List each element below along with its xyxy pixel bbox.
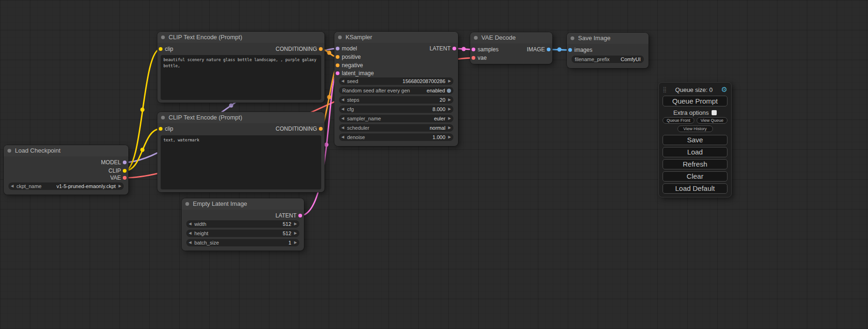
- slot-dot-vae[interactable]: [472, 56, 475, 60]
- output-slot-latent[interactable]: LATENT: [430, 46, 458, 51]
- output-slot-conditioning[interactable]: CONDITIONING: [275, 126, 325, 132]
- slot-dot-latent[interactable]: [336, 71, 339, 75]
- input-slot-images[interactable]: images: [567, 47, 593, 53]
- output-slot-clip[interactable]: CLIP: [108, 168, 128, 174]
- node-clip-text-encode-negative[interactable]: CLIP Text Encode (Prompt) clip CONDITION…: [157, 112, 325, 192]
- decrement-arrow-icon[interactable]: ◀: [341, 124, 344, 132]
- input-slot-negative[interactable]: negative: [334, 63, 363, 68]
- decrement-arrow-icon[interactable]: ◀: [341, 77, 344, 85]
- slot-dot-latent[interactable]: [452, 47, 456, 50]
- save-button[interactable]: Save: [663, 135, 727, 145]
- queue-front-button[interactable]: Queue Front: [663, 117, 694, 124]
- widget-batch-size[interactable]: ◀ batch_size 1 ▶: [186, 239, 299, 246]
- slot-dot-image[interactable]: [568, 48, 572, 52]
- decrement-arrow-icon[interactable]: ◀: [189, 230, 191, 237]
- extra-options-checkbox[interactable]: [712, 110, 717, 115]
- increment-arrow-icon[interactable]: ▶: [294, 220, 297, 228]
- collapse-dot-icon[interactable]: [571, 36, 574, 40]
- input-slot-latent-image[interactable]: latent_image: [334, 70, 374, 76]
- output-slot-conditioning[interactable]: CONDITIONING: [275, 46, 325, 52]
- node-empty-latent-image[interactable]: Empty Latent Image LATENT ◀ width 512 ▶ …: [182, 198, 304, 251]
- slot-dot-latent[interactable]: [472, 48, 475, 51]
- input-slot-clip[interactable]: clip: [157, 46, 173, 52]
- refresh-button[interactable]: Refresh: [663, 159, 727, 169]
- input-slot-vae[interactable]: vae: [470, 55, 487, 61]
- node-ksampler[interactable]: KSampler model positive negative latent_…: [334, 32, 458, 146]
- widget-seed-control[interactable]: Random seed after every gen enabled: [339, 87, 453, 94]
- input-slot-samples[interactable]: samples: [470, 47, 499, 52]
- widget-denoise[interactable]: ◀ denoise 1.000 ▶: [339, 133, 453, 141]
- node-vae-decode[interactable]: VAE Decode samples vae IMAGE: [470, 32, 552, 64]
- input-slot-clip[interactable]: clip: [157, 126, 173, 132]
- gear-icon[interactable]: ⚙: [721, 85, 727, 94]
- slot-dot-model[interactable]: [123, 161, 127, 164]
- decrement-arrow-icon[interactable]: ◀: [341, 133, 344, 141]
- increment-arrow-icon[interactable]: ▶: [448, 124, 451, 132]
- node-title-bar[interactable]: Empty Latent Image: [182, 198, 304, 210]
- widget-width[interactable]: ◀ width 512 ▶: [186, 220, 299, 228]
- load-button[interactable]: Load: [663, 147, 727, 157]
- input-slot-model[interactable]: model: [334, 46, 357, 51]
- view-history-button[interactable]: View History: [677, 126, 713, 132]
- toggle-knob-icon[interactable]: [447, 89, 451, 93]
- node-title-bar[interactable]: CLIP Text Encode (Prompt): [157, 32, 325, 43]
- drag-handle-icon[interactable]: ⣿: [663, 86, 667, 93]
- queue-prompt-button[interactable]: Queue Prompt: [663, 96, 727, 106]
- slot-dot-conditioning[interactable]: [336, 55, 339, 59]
- increment-arrow-icon[interactable]: ▶: [448, 133, 451, 141]
- increment-arrow-icon[interactable]: ▶: [294, 239, 297, 246]
- node-save-image[interactable]: Save Image images filename_prefix ComfyU…: [567, 33, 649, 68]
- decrement-arrow-icon[interactable]: ◀: [341, 105, 344, 113]
- widget-sampler-name[interactable]: ◀ sampler_name euler ▶: [339, 115, 453, 122]
- output-slot-image[interactable]: IMAGE: [527, 47, 552, 52]
- slot-dot-model[interactable]: [336, 47, 339, 50]
- widget-scheduler[interactable]: ◀ scheduler normal ▶: [339, 124, 453, 132]
- collapse-dot-icon[interactable]: [474, 36, 478, 40]
- negative-prompt-textarea[interactable]: text, watermark: [161, 135, 321, 189]
- widget-cfg[interactable]: ◀ cfg 8.000 ▶: [339, 105, 453, 113]
- increment-arrow-icon[interactable]: ▶: [448, 77, 451, 85]
- increment-arrow-icon[interactable]: ▶: [294, 230, 297, 237]
- widget-height[interactable]: ◀ height 512 ▶: [186, 230, 299, 237]
- slot-dot-clip[interactable]: [123, 169, 127, 173]
- slot-dot-conditioning[interactable]: [319, 47, 323, 51]
- slot-dot-clip[interactable]: [159, 127, 162, 131]
- collapse-dot-icon[interactable]: [185, 202, 189, 206]
- slot-dot-image[interactable]: [547, 48, 550, 51]
- increment-arrow-icon[interactable]: ▶: [448, 105, 451, 113]
- slot-dot-conditioning[interactable]: [336, 63, 339, 67]
- node-title-bar[interactable]: VAE Decode: [470, 32, 552, 43]
- widget-ckpt-name[interactable]: ◀ ckpt_name v1-5-pruned-emaonly.ckpt ▶: [8, 182, 124, 190]
- increment-arrow-icon[interactable]: ▶: [448, 96, 451, 104]
- slot-dot-clip[interactable]: [159, 47, 162, 51]
- load-default-button[interactable]: Load Default: [663, 183, 727, 194]
- increment-arrow-icon[interactable]: ▶: [448, 115, 451, 122]
- slot-dot-vae[interactable]: [123, 176, 127, 180]
- decrement-arrow-icon[interactable]: ◀: [341, 96, 344, 104]
- widget-filename-prefix[interactable]: filename_prefix ComfyUI: [572, 56, 644, 63]
- collapse-dot-icon[interactable]: [161, 116, 165, 119]
- widget-seed[interactable]: ◀ seed 156680208700286 ▶: [339, 77, 453, 85]
- input-slot-positive[interactable]: positive: [334, 54, 361, 60]
- collapse-dot-icon[interactable]: [161, 35, 165, 39]
- decrement-arrow-icon[interactable]: ◀: [11, 182, 14, 190]
- positive-prompt-textarea[interactable]: beautiful scenery nature glass bottle la…: [161, 55, 321, 100]
- node-title-bar[interactable]: KSampler: [334, 32, 458, 43]
- collapse-dot-icon[interactable]: [338, 35, 342, 39]
- node-title-bar[interactable]: CLIP Text Encode (Prompt): [157, 112, 325, 123]
- graph-canvas[interactable]: Load Checkpoint MODEL CLIP VAE ◀ ckpt_na…: [0, 0, 868, 329]
- decrement-arrow-icon[interactable]: ◀: [189, 220, 191, 228]
- node-clip-text-encode-positive[interactable]: CLIP Text Encode (Prompt) clip CONDITION…: [157, 32, 325, 103]
- widget-steps[interactable]: ◀ steps 20 ▶: [339, 96, 453, 104]
- output-slot-vae[interactable]: VAE: [110, 175, 128, 181]
- clear-button[interactable]: Clear: [663, 171, 727, 182]
- decrement-arrow-icon[interactable]: ◀: [189, 239, 191, 246]
- slot-dot-conditioning[interactable]: [319, 127, 323, 131]
- node-load-checkpoint[interactable]: Load Checkpoint MODEL CLIP VAE ◀ ckpt_na…: [4, 145, 128, 195]
- node-title-bar[interactable]: Save Image: [567, 33, 649, 44]
- output-slot-latent[interactable]: LATENT: [275, 213, 304, 218]
- view-queue-button[interactable]: View Queue: [697, 117, 727, 124]
- output-slot-model[interactable]: MODEL: [101, 160, 128, 165]
- decrement-arrow-icon[interactable]: ◀: [341, 115, 344, 122]
- collapse-dot-icon[interactable]: [7, 149, 11, 153]
